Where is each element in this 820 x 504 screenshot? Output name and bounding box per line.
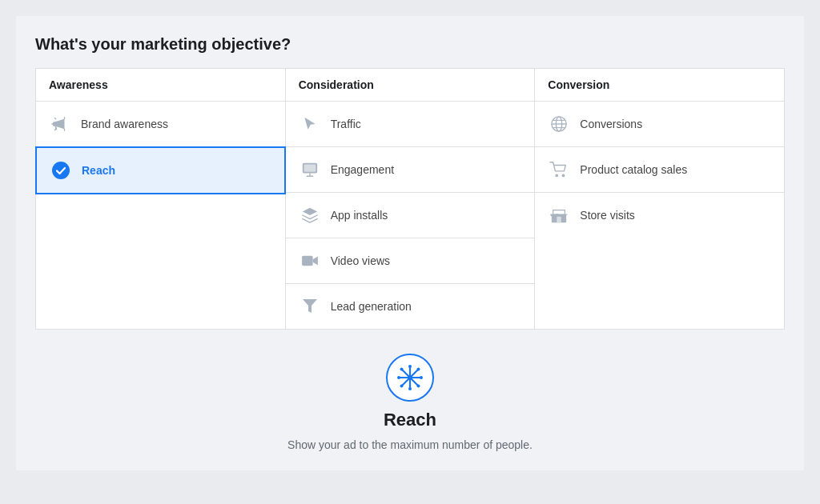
globe-icon [548, 113, 570, 135]
svg-point-19 [397, 376, 400, 379]
page-container: What's your marketing objective? Awarene… [16, 16, 804, 470]
lead-generation-label: Lead generation [331, 300, 412, 313]
reach-check-icon [50, 159, 72, 182]
svg-point-24 [400, 385, 404, 388]
store-visits-item[interactable]: Store visits [535, 193, 784, 238]
traffic-label: Traffic [331, 118, 361, 130]
svg-point-0 [52, 162, 70, 179]
megaphone-icon [49, 113, 71, 135]
objective-table: Awareness Brand awareness [35, 68, 785, 330]
svg-point-25 [408, 375, 412, 380]
store-icon [548, 204, 570, 226]
bottom-section: Reach Show your ad to the maximum number… [35, 354, 785, 451]
svg-point-21 [400, 368, 404, 371]
svg-rect-3 [302, 256, 313, 266]
app-installs-label: App installs [331, 209, 388, 222]
product-catalog-label: Product catalog sales [580, 163, 687, 176]
svg-point-22 [417, 385, 420, 388]
traffic-item[interactable]: Traffic [286, 102, 535, 147]
cursor-icon [299, 113, 321, 135]
reach-icon-circle [386, 354, 434, 402]
product-catalog-item[interactable]: Product catalog sales [535, 147, 784, 193]
engagement-label: Engagement [331, 163, 394, 176]
engagement-icon [299, 158, 321, 181]
svg-point-20 [420, 376, 423, 379]
app-installs-item[interactable]: App installs [286, 193, 535, 238]
consideration-header: Consideration [286, 69, 535, 102]
conversion-column: Conversion Conversions [535, 69, 784, 329]
page-title: What's your marketing objective? [35, 35, 785, 54]
video-views-item[interactable]: Video views [286, 238, 535, 284]
svg-point-10 [562, 174, 565, 178]
engagement-item[interactable]: Engagement [286, 147, 535, 193]
svg-rect-12 [557, 217, 562, 222]
reach-item[interactable]: Reach [35, 146, 286, 194]
video-icon [299, 250, 321, 272]
awareness-column: Awareness Brand awareness [36, 69, 286, 329]
svg-point-23 [417, 368, 420, 371]
svg-rect-2 [303, 165, 316, 172]
store-visits-label: Store visits [580, 209, 634, 222]
lead-generation-item[interactable]: Lead generation [286, 284, 535, 329]
svg-point-9 [556, 174, 559, 178]
filter-icon [299, 295, 321, 318]
video-views-label: Video views [331, 254, 390, 267]
svg-point-17 [408, 365, 412, 368]
selected-item-title: Reach [384, 410, 436, 430]
brand-awareness-label: Brand awareness [81, 118, 168, 130]
conversion-header: Conversion [535, 69, 784, 102]
awareness-header: Awareness [36, 69, 285, 102]
consideration-column: Consideration Traffic [286, 69, 536, 329]
svg-point-18 [408, 387, 412, 390]
reach-label: Reach [82, 164, 115, 177]
conversions-label: Conversions [580, 118, 642, 130]
conversions-item[interactable]: Conversions [535, 102, 784, 147]
app-icon [299, 204, 321, 226]
cart-icon [548, 158, 570, 181]
brand-awareness-item[interactable]: Brand awareness [36, 102, 285, 147]
selected-item-description: Show your ad to the maximum number of pe… [287, 438, 533, 451]
